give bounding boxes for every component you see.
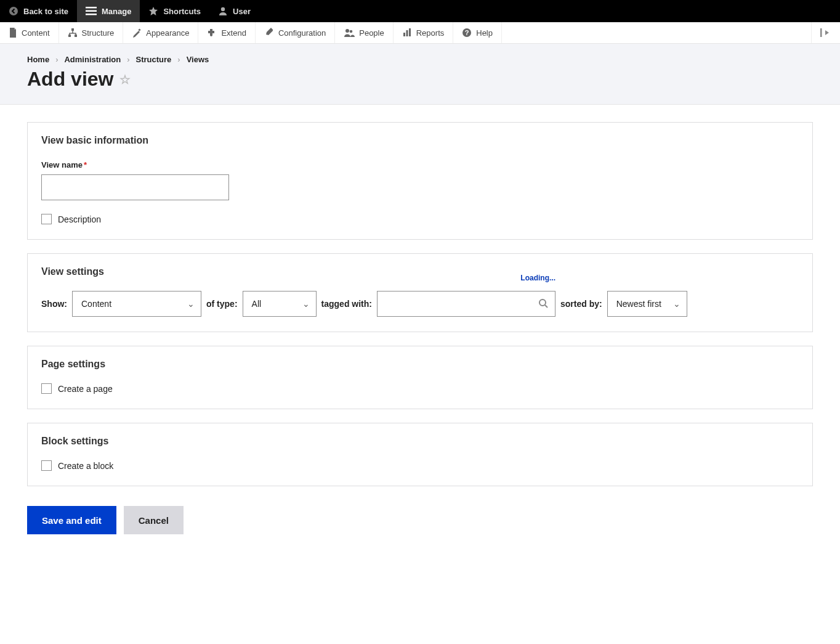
topbar: Back to site Manage Shortcuts User <box>0 0 840 22</box>
tagged-label: tagged with: <box>321 299 372 309</box>
actions: Save and edit Cancel <box>27 506 813 534</box>
breadcrumb-structure[interactable]: Structure <box>136 55 172 64</box>
admin-help-label: Help <box>476 28 493 38</box>
admin-configuration[interactable]: Configuration <box>256 22 335 43</box>
structure-icon <box>68 28 78 38</box>
admin-extend-label: Extend <box>221 28 246 38</box>
main-content: View basic information View name* Descri… <box>0 105 840 552</box>
panel-block-settings: Block settings Create a block <box>27 423 813 486</box>
extend-icon <box>207 28 217 38</box>
chevron-down-icon: ⌄ <box>302 299 310 309</box>
required-marker: * <box>84 160 87 169</box>
show-select[interactable]: Content ⌄ <box>72 291 201 317</box>
help-icon: ? <box>462 28 472 38</box>
admin-structure[interactable]: Structure <box>59 22 124 43</box>
svg-rect-3 <box>86 14 97 15</box>
page-title: Add view ☆ <box>27 68 813 91</box>
breadcrumb: Home › Administration › Structure › View… <box>27 55 813 64</box>
admin-content-label: Content <box>22 28 50 38</box>
panel-basic-title: View basic information <box>41 135 799 146</box>
panel-page-settings-title: Page settings <box>41 359 799 370</box>
breadcrumb-home[interactable]: Home <box>27 55 49 64</box>
page-title-text: Add view <box>27 68 113 91</box>
breadcrumb-sep: › <box>177 55 180 64</box>
admin-configuration-label: Configuration <box>278 28 326 38</box>
back-to-site-label: Back to site <box>23 7 68 16</box>
tagged-input[interactable] <box>377 291 555 317</box>
search-icon <box>538 298 548 308</box>
people-icon <box>344 28 355 38</box>
loading-text: Loading... <box>520 274 555 282</box>
svg-rect-1 <box>86 7 97 9</box>
admin-people-label: People <box>359 28 384 38</box>
reports-icon <box>402 28 412 38</box>
admin-appearance[interactable]: Appearance <box>123 22 198 43</box>
svg-line-18 <box>545 305 547 308</box>
svg-point-10 <box>350 30 353 33</box>
admin-people[interactable]: People <box>335 22 393 43</box>
user-link[interactable]: User <box>209 0 259 22</box>
user-icon <box>218 6 228 16</box>
appearance-icon <box>132 28 142 38</box>
chevron-down-icon: ⌄ <box>673 299 680 309</box>
create-page-checkbox[interactable] <box>41 383 52 394</box>
breadcrumb-admin[interactable]: Administration <box>64 55 121 64</box>
breadcrumb-views[interactable]: Views <box>187 55 209 64</box>
configuration-icon <box>264 28 274 38</box>
type-value: All <box>252 299 262 309</box>
show-label: Show: <box>41 299 67 309</box>
chevron-down-icon: ⌄ <box>187 299 195 309</box>
title-area: Home › Administration › Structure › View… <box>0 44 840 105</box>
svg-point-9 <box>345 29 349 33</box>
svg-point-4 <box>221 7 225 11</box>
view-name-label: View name* <box>41 160 87 169</box>
shortcuts-link[interactable]: Shortcuts <box>140 0 209 22</box>
svg-rect-8 <box>139 28 141 31</box>
breadcrumb-sep: › <box>127 55 129 64</box>
svg-rect-6 <box>68 35 71 37</box>
panel-view-settings: View settings Show: Content ⌄ of type: A… <box>27 253 813 332</box>
panel-view-settings-title: View settings <box>41 266 799 277</box>
content-icon <box>9 28 17 38</box>
svg-point-17 <box>539 300 546 306</box>
back-to-site-link[interactable]: Back to site <box>0 0 77 22</box>
panel-page-settings: Page settings Create a page <box>27 346 813 409</box>
menu-icon <box>86 7 97 15</box>
sorted-label: sorted by: <box>560 299 602 309</box>
sorted-select[interactable]: Newest first ⌄ <box>607 291 687 317</box>
svg-point-0 <box>9 7 18 15</box>
collapse-tray-button[interactable] <box>811 22 840 43</box>
create-page-label: Create a page <box>58 384 113 394</box>
admin-help[interactable]: ? Help <box>453 22 502 43</box>
svg-rect-2 <box>86 10 97 12</box>
svg-rect-7 <box>75 35 77 37</box>
user-label: User <box>233 7 251 16</box>
collapse-icon <box>820 28 831 37</box>
save-button[interactable]: Save and edit <box>27 506 116 534</box>
svg-rect-5 <box>71 28 74 31</box>
type-select[interactable]: All ⌄ <box>243 291 317 317</box>
breadcrumb-sep: › <box>55 55 58 64</box>
shortcuts-label: Shortcuts <box>163 7 201 16</box>
admin-reports[interactable]: Reports <box>394 22 454 43</box>
view-name-input[interactable] <box>41 174 229 200</box>
cancel-button[interactable]: Cancel <box>124 506 184 534</box>
admin-content[interactable]: Content <box>0 22 59 43</box>
star-icon <box>148 6 158 16</box>
panel-basic-info: View basic information View name* Descri… <box>27 122 813 240</box>
admin-extend[interactable]: Extend <box>198 22 255 43</box>
adminbar: Content Structure Appearance Extend Conf… <box>0 22 840 44</box>
svg-rect-12 <box>406 30 408 36</box>
manage-link[interactable]: Manage <box>77 0 140 22</box>
create-block-label: Create a block <box>58 461 113 471</box>
sorted-value: Newest first <box>616 299 661 309</box>
description-checkbox[interactable] <box>41 214 52 224</box>
svg-rect-16 <box>820 28 822 37</box>
panel-block-settings-title: Block settings <box>41 436 799 447</box>
svg-rect-13 <box>409 28 411 36</box>
svg-rect-11 <box>403 33 405 36</box>
create-block-checkbox[interactable] <box>41 460 52 471</box>
back-icon <box>9 6 18 16</box>
favorite-star-icon[interactable]: ☆ <box>119 72 131 87</box>
admin-structure-label: Structure <box>82 28 115 38</box>
